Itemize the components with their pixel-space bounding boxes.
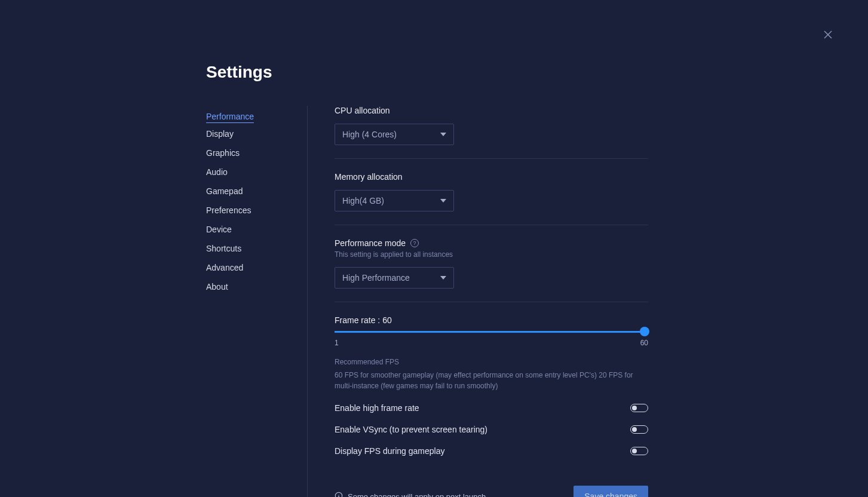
sidebar-item-graphics[interactable]: Graphics [206,145,298,161]
sidebar-item-audio[interactable]: Audio [206,164,298,180]
chevron-down-icon [440,196,446,205]
close-button[interactable] [823,30,835,42]
display-fps-toggle[interactable] [630,447,648,455]
toggle-knob [632,427,637,432]
sidebar-item-about[interactable]: About [206,278,298,295]
sidebar-item-display[interactable]: Display [206,125,298,142]
restart-note-text: Some changes will apply on next launch [348,492,486,498]
high-frame-rate-label: Enable high frame rate [335,403,419,413]
svg-marker-2 [440,133,446,136]
frame-rate-slider[interactable] [335,331,648,333]
recommended-fps-body: 60 FPS for smoother gameplay (may effect… [335,370,648,391]
close-icon [823,32,833,41]
settings-sidebar: Performance Display Graphics Audio Gamep… [206,106,308,497]
divider [335,302,648,302]
toggle-knob [632,406,637,410]
cpu-allocation-select[interactable]: High (4 Cores) [335,124,454,145]
memory-allocation-select[interactable]: High(4 GB) [335,190,454,211]
performance-mode-subtext: This setting is applied to all instances [335,250,648,259]
sidebar-item-performance[interactable]: Performance [206,108,254,123]
divider [335,158,648,159]
slider-max: 60 [640,339,648,347]
info-icon [335,492,343,498]
toggle-knob [632,449,637,453]
vsync-label: Enable VSync (to prevent screen tearing) [335,425,487,434]
memory-allocation-value: High(4 GB) [342,196,384,205]
sidebar-item-shortcuts[interactable]: Shortcuts [206,240,298,257]
performance-mode-select[interactable]: High Performance [335,267,454,289]
cpu-allocation-value: High (4 Cores) [342,130,397,139]
recommended-fps-title: Recommended FPS [335,358,648,366]
vsync-toggle[interactable] [630,425,648,434]
sidebar-item-advanced[interactable]: Advanced [206,259,298,276]
divider [335,225,648,225]
performance-mode-text: Performance mode [335,238,406,248]
memory-allocation-label: Memory allocation [335,172,648,182]
svg-marker-3 [440,199,446,203]
sidebar-item-preferences[interactable]: Preferences [206,202,298,219]
performance-mode-value: High Performance [342,273,410,283]
settings-content: CPU allocation High (4 Cores) Memory all… [308,106,648,497]
help-icon[interactable]: ? [410,239,419,247]
frame-rate-label: Frame rate : 60 [335,315,648,325]
restart-note: Some changes will apply on next launch [335,492,486,498]
high-frame-rate-toggle[interactable] [630,404,648,412]
chevron-down-icon [440,130,446,139]
save-changes-button[interactable]: Save changes [573,486,648,497]
sidebar-item-gamepad[interactable]: Gamepad [206,183,298,200]
sidebar-item-device[interactable]: Device [206,221,298,238]
frame-rate-slider-thumb[interactable] [640,327,649,336]
svg-marker-4 [440,276,446,280]
page-title: Settings [206,63,868,82]
chevron-down-icon [440,273,446,283]
cpu-allocation-label: CPU allocation [335,106,648,115]
slider-min: 1 [335,339,339,347]
display-fps-label: Display FPS during gameplay [335,446,444,456]
performance-mode-label: Performance mode ? [335,238,648,248]
